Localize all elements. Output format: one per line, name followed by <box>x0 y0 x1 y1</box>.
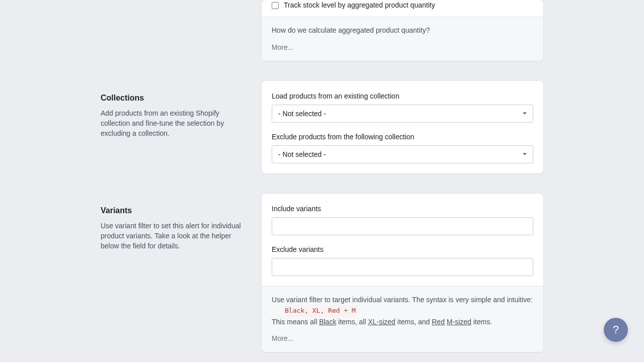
include-variants-input[interactable] <box>272 217 533 235</box>
load-collection-label: Load products from an existing collectio… <box>272 91 533 102</box>
collections-description: Add products from an existing Shopify co… <box>101 108 246 139</box>
collections-title: Collections <box>101 92 246 104</box>
track-stock-label: Track stock level by aggregated product … <box>284 0 435 11</box>
variants-title: Variants <box>101 205 246 217</box>
track-stock-checkbox-row[interactable]: Track stock level by aggregated product … <box>272 0 533 11</box>
variants-helper-intro: Use variant filter to target individual … <box>272 296 533 304</box>
variants-card: Include variants Exclude variants Use va… <box>262 194 543 352</box>
track-stock-checkbox[interactable] <box>272 2 279 9</box>
variants-more-link[interactable]: More... <box>272 333 294 344</box>
load-collection-select[interactable]: - Not selected - <box>272 105 533 123</box>
track-stock-card: Track stock level by aggregated product … <box>262 0 543 61</box>
track-stock-question: How do we calculate aggregated product q… <box>272 25 533 36</box>
help-button[interactable]: ? <box>604 318 628 342</box>
track-stock-footer: How do we calculate aggregated product q… <box>262 17 543 61</box>
exclude-collection-label: Exclude products from the following coll… <box>272 132 533 142</box>
collections-section: Collections Add products from an existin… <box>101 81 543 173</box>
exclude-variants-label: Exclude variants <box>272 244 533 255</box>
variants-section: Variants Use variant filter to set this … <box>101 194 543 352</box>
variants-helper-code: Black, XL, Red + M <box>283 305 358 316</box>
exclude-variants-input[interactable] <box>272 258 533 276</box>
collections-card: Load products from an existing collectio… <box>262 81 543 173</box>
variants-helper: Use variant filter to target individual … <box>262 286 543 352</box>
variants-description: Use variant filter to set this alert for… <box>101 221 246 251</box>
variants-helper-means: This means all Black items, all XL-sized… <box>272 318 492 326</box>
track-stock-more-link[interactable]: More... <box>272 42 294 53</box>
include-variants-label: Include variants <box>272 204 533 214</box>
exclude-collection-select[interactable]: - Not selected - <box>272 145 533 163</box>
